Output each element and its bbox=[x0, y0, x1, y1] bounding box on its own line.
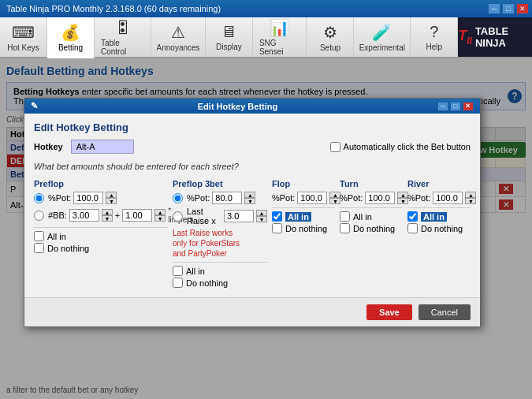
flop-donothing-label: Do nothing bbox=[285, 224, 327, 233]
toolbar-betting[interactable]: 💰 Betting bbox=[47, 17, 95, 58]
preflop3bet-pct-input[interactable] bbox=[212, 192, 242, 204]
river-column: River %Pot: ▲ ▼ All in bbox=[407, 179, 471, 235]
cancel-button[interactable]: Cancel bbox=[419, 304, 471, 320]
flop-allin-checkbox[interactable] bbox=[272, 211, 282, 222]
modal-question: What bet amounts should be entered for e… bbox=[34, 162, 471, 171]
toolbar-table-control-label: Table Control bbox=[101, 39, 144, 56]
preflop3bet-lastraise-spinner[interactable]: ▲ ▼ bbox=[256, 210, 267, 222]
toolbar-hotkeys-label: Hot Keys bbox=[7, 43, 39, 52]
preflop-bb-spinner[interactable]: ▲ ▼ bbox=[102, 209, 113, 222]
preflop-pct-spinner[interactable]: ▲ ▼ bbox=[106, 192, 117, 204]
maximize-button[interactable]: □ bbox=[502, 3, 515, 14]
turn-allin-checkbox[interactable] bbox=[340, 211, 350, 222]
river-pct-up[interactable]: ▲ bbox=[465, 192, 476, 198]
preflop-column: Preflop %Pot: ▲ ▼ #BB: bbox=[34, 179, 168, 255]
toolbar-hotkeys[interactable]: ⌨ Hot Keys bbox=[0, 17, 47, 57]
turn-allin-row[interactable]: All in bbox=[340, 211, 403, 222]
window-controls: ─ □ ✕ bbox=[488, 3, 529, 14]
toolbar-table-control[interactable]: 🎛 Table Control bbox=[95, 17, 151, 57]
flop-donothing-checkbox[interactable] bbox=[272, 223, 282, 233]
preflop3bet-pct-spinner[interactable]: ▲ ▼ bbox=[244, 192, 255, 204]
toolbar: ⌨ Hot Keys 💰 Betting 🎛 Table Control ⚠ A… bbox=[0, 17, 532, 58]
turn-donothing-checkbox[interactable] bbox=[340, 223, 350, 233]
river-allin-checkbox[interactable] bbox=[407, 211, 418, 222]
toolbar-setup[interactable]: ⚙ Setup bbox=[307, 17, 354, 57]
preflop-pct-radio[interactable] bbox=[34, 193, 44, 203]
preflop-allin-checkbox[interactable] bbox=[34, 231, 44, 241]
river-allin-row[interactable]: All in bbox=[407, 211, 471, 222]
preflop-bb-down[interactable]: ▼ bbox=[102, 215, 113, 222]
preflop-pct-input[interactable] bbox=[73, 192, 103, 204]
last-raise-note: Last Raise works only for PokerStars and… bbox=[173, 228, 244, 259]
preflop3bet-lastraise-up[interactable]: ▲ bbox=[256, 210, 267, 216]
hotkey-input[interactable] bbox=[71, 140, 134, 154]
close-button[interactable]: ✕ bbox=[516, 3, 529, 14]
river-pct-down[interactable]: ▼ bbox=[465, 198, 476, 204]
preflop-allin-label: All in bbox=[47, 232, 66, 241]
preflop-bb-input[interactable] bbox=[69, 209, 99, 222]
preflop-bb-label: #BB: bbox=[48, 211, 67, 220]
toolbar-help-label: Help bbox=[426, 43, 442, 51]
preflop3bet-title: Preflop 3bet bbox=[173, 179, 267, 188]
flop-allin-row[interactable]: All in bbox=[272, 211, 335, 222]
preflop-donothing-row[interactable]: Do nothing bbox=[34, 243, 168, 253]
preflop-mult-down[interactable]: ▼ bbox=[154, 215, 166, 222]
preflop3bet-donothing-row[interactable]: Do nothing bbox=[173, 278, 267, 288]
flop-donothing-row[interactable]: Do nothing bbox=[272, 223, 335, 233]
hotkey-label: Hotkey bbox=[34, 142, 63, 151]
sng-icon: 📊 bbox=[270, 18, 289, 37]
river-pct-row: %Pot: ▲ ▼ bbox=[407, 192, 471, 204]
experimental-icon: 🧪 bbox=[372, 23, 392, 42]
river-pct-spinner[interactable]: ▲ ▼ bbox=[465, 192, 476, 204]
toolbar-sng-sensei[interactable]: 📊 SNG Sensei bbox=[253, 17, 307, 57]
modal-footer: Save Cancel bbox=[24, 297, 480, 326]
modal-minimize-button[interactable]: ─ bbox=[437, 102, 448, 111]
minimize-button[interactable]: ─ bbox=[488, 3, 500, 14]
preflop3bet-pct-radio[interactable] bbox=[173, 193, 183, 203]
preflop-pct-down[interactable]: ▼ bbox=[106, 198, 117, 204]
modal-maximize-button[interactable]: □ bbox=[450, 102, 461, 111]
save-button[interactable]: Save bbox=[366, 304, 412, 320]
preflop-bb-up[interactable]: ▲ bbox=[102, 209, 113, 215]
river-donothing-row[interactable]: Do nothing bbox=[407, 223, 471, 233]
toolbar-display[interactable]: 🖥 Display bbox=[206, 17, 253, 57]
preflop3bet-lastraise-input[interactable] bbox=[224, 210, 254, 222]
river-donothing-checkbox[interactable] bbox=[407, 223, 418, 233]
modal-hotkey-row: Hotkey Automatically click the Bet butto… bbox=[34, 140, 471, 154]
toolbar-experimental[interactable]: 🧪 Experimental bbox=[354, 17, 411, 57]
preflop3bet-pct-down[interactable]: ▼ bbox=[244, 198, 255, 204]
toolbar-annoyances-label: Annoyances bbox=[157, 43, 200, 52]
modal-window-controls: ─ □ ✕ bbox=[437, 102, 474, 111]
toolbar-betting-label: Betting bbox=[58, 43, 83, 52]
auto-click-checkbox[interactable] bbox=[330, 142, 340, 152]
toolbar-setup-label: Setup bbox=[320, 43, 340, 52]
flop-pct-input[interactable] bbox=[297, 192, 327, 204]
turn-donothing-row[interactable]: Do nothing bbox=[340, 223, 403, 233]
modal-title-icon: ✎ bbox=[31, 101, 38, 111]
turn-pct-input[interactable] bbox=[365, 192, 395, 204]
modal-close-button[interactable]: ✕ bbox=[463, 102, 474, 111]
toolbar-experimental-label: Experimental bbox=[359, 43, 405, 52]
preflop3bet-allin-checkbox[interactable] bbox=[173, 266, 183, 276]
preflop3bet-lastraise-down[interactable]: ▼ bbox=[256, 216, 267, 222]
preflop-donothing-checkbox[interactable] bbox=[34, 243, 44, 253]
toolbar-help[interactable]: ? Help bbox=[411, 17, 458, 57]
preflop-mult-up[interactable]: ▲ bbox=[154, 209, 166, 215]
preflop3bet-donothing-label: Do nothing bbox=[186, 278, 228, 288]
preflop-mult-spinner[interactable]: ▲ ▼ bbox=[154, 209, 166, 222]
flop-allin-label: All in bbox=[285, 212, 311, 222]
turn-pct-label: %Pot: bbox=[340, 193, 363, 203]
modal-body: Edit Hotkey Betting Hotkey Automatically… bbox=[24, 114, 480, 297]
preflop-mult-input[interactable] bbox=[122, 209, 152, 222]
preflop3bet-allin-row[interactable]: All in bbox=[173, 266, 267, 276]
preflop-pct-up[interactable]: ▲ bbox=[106, 192, 117, 198]
preflop-bb-radio[interactable] bbox=[34, 211, 44, 221]
toolbar-annoyances[interactable]: ⚠ Annoyances bbox=[151, 17, 206, 57]
preflop3bet-pct-up[interactable]: ▲ bbox=[244, 192, 255, 198]
auto-click-label[interactable]: Automatically click the Bet button bbox=[330, 142, 471, 152]
annoyances-icon: ⚠ bbox=[171, 23, 185, 42]
preflop3bet-donothing-checkbox[interactable] bbox=[173, 278, 183, 288]
preflop-allin-row[interactable]: All in bbox=[34, 231, 168, 241]
river-pct-input[interactable] bbox=[433, 192, 463, 204]
preflop3bet-lastraise-radio[interactable] bbox=[173, 211, 183, 222]
